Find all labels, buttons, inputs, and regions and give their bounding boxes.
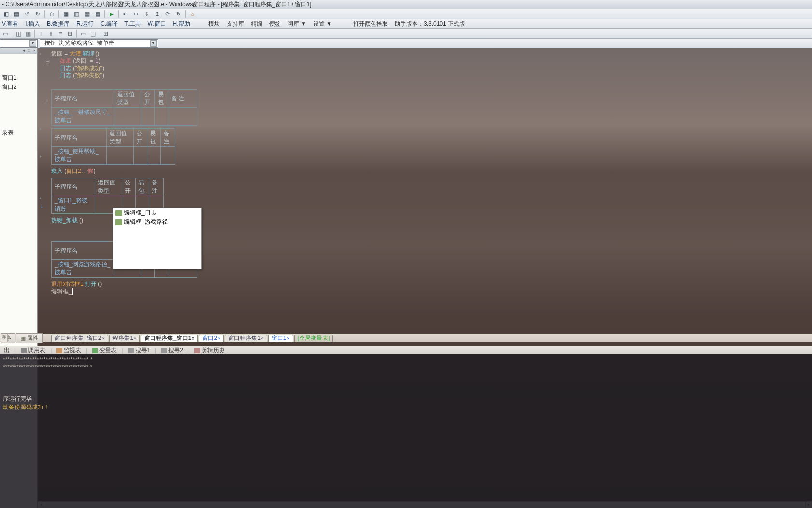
ticon[interactable]: ▭ [1, 30, 10, 38]
tab-item[interactable]: 窗口程序集_窗口2× [51, 335, 108, 342]
combo-row: ▼ _按钮_浏览游戏路径_被单击 ▼ [0, 39, 812, 48]
tool-btn[interactable]: ⟳ [163, 10, 173, 18]
output-success: 动备份源码成功！ [3, 403, 809, 411]
run-button[interactable]: ▶ [107, 10, 116, 18]
ticon[interactable]: ≡ [56, 30, 65, 38]
fold-icon[interactable]: ▸ [40, 154, 42, 159]
lpal-btn[interactable]: 序 [0, 334, 8, 342]
tab-item[interactable]: 窗口1× [268, 335, 293, 342]
autocomplete-item[interactable]: 编辑框_游戏路径 [113, 217, 201, 226]
chevron-down-icon[interactable]: ▼ [150, 40, 157, 47]
autocomplete-item[interactable]: 编辑框_日志 [113, 208, 201, 217]
bp-tab[interactable]: 搜寻1 [125, 345, 153, 355]
tab-global-vars[interactable]: [全局变量表] [294, 335, 333, 342]
tool-btn[interactable]: ↧ [142, 10, 151, 18]
menu-ciku[interactable]: 词库 ▼ [288, 20, 306, 28]
menu-run[interactable]: R.运行 [76, 20, 94, 28]
bottom-panel-tabs: 出 | 调用表 | 监视表 | 变量表 | 搜寻1 | 搜寻2 | 剪辑历史 [0, 346, 812, 354]
ticon[interactable]: ⊞ [101, 30, 110, 38]
output-panel[interactable]: ************************************** *… [0, 354, 812, 508]
tab-item[interactable]: 窗口2× [199, 335, 224, 342]
ltab-item[interactable]: ▦属性 [16, 333, 43, 343]
close-icon[interactable]: × [191, 335, 194, 342]
main-toolbar: ◧ ▤ ↺ ↻ ⎙ ▦ ▥ ▤ ▦ ▶ ⇤ ↦ ↧ ↥ ⟳ ↻ ⌂ [0, 9, 812, 19]
tab-item[interactable]: 窗口程序集1× [225, 335, 267, 342]
bp-tab[interactable]: 剪辑历史 [192, 345, 228, 355]
tree-item-record[interactable]: 录表 [0, 128, 37, 138]
close-icon[interactable]: × [217, 335, 220, 342]
ticon[interactable]: ⫵ [46, 30, 55, 38]
search-icon [128, 348, 134, 353]
tab-item-active[interactable]: 窗口程序集_窗口1× [141, 335, 198, 342]
menu-colorpick[interactable]: 打开颜色拾取 [353, 20, 388, 28]
arrow-icon[interactable]: ◂ [21, 48, 26, 53]
menu-jingbian[interactable]: 精编 [251, 20, 262, 28]
pin-icon[interactable]: □ [27, 48, 31, 53]
tool-btn[interactable]: ↺ [22, 10, 32, 18]
fold-icon[interactable]: ▸ [40, 51, 42, 56]
output-line: ************************************** * [3, 364, 809, 371]
grid-icon: ▦ [20, 335, 26, 342]
tab-item[interactable]: 程序集1× [109, 335, 140, 342]
ticon[interactable]: ◫ [88, 30, 97, 38]
tree-item-win1[interactable]: 窗口1 [0, 73, 37, 83]
bp-tab[interactable]: 监视表 [54, 345, 84, 355]
menu-tools[interactable]: T.工具 [124, 20, 140, 28]
property-icon [115, 219, 122, 225]
tree-item-win2[interactable]: 窗口2 [0, 83, 37, 92]
tool-btn[interactable]: ▦ [61, 10, 70, 18]
close-icon[interactable]: × [101, 335, 105, 342]
menu-compile[interactable]: C.编译 [100, 20, 118, 28]
property-icon [115, 210, 122, 216]
search-icon [161, 348, 167, 353]
tool-btn[interactable]: ↦ [131, 10, 141, 18]
bp-tab[interactable]: 调用表 [18, 345, 48, 355]
menu-data[interactable]: B.数据库 [47, 20, 69, 28]
subroutine-table-2: 子程序名返回值类型公开易包备 注 _按钮_使用帮助_被单击 [51, 128, 175, 165]
fold-icon[interactable]: ▸ [40, 195, 42, 200]
menu-bar: V.查看 I.插入 B.数据库 R.运行 C.编译 T.工具 W.窗口 H.帮助… [0, 19, 812, 29]
menu-setting[interactable]: 设置 ▼ [313, 20, 332, 28]
tool-btn[interactable]: ▥ [71, 10, 81, 18]
watch-icon [56, 348, 62, 353]
menu-module[interactable]: 模块 [208, 20, 220, 28]
bp-tab[interactable]: 变量表 [89, 345, 120, 355]
ticon[interactable]: ▥ [24, 30, 32, 38]
ticon[interactable]: ▭ [79, 30, 87, 38]
menu-bianqian[interactable]: 便签 [269, 20, 281, 28]
combo-value: _按钮_浏览游戏路径_被单击 [41, 39, 150, 47]
close-icon[interactable]: × [133, 335, 137, 342]
ticon[interactable]: ⊟ [66, 30, 74, 38]
ticon[interactable]: ⫴ [37, 30, 45, 38]
autocomplete-popup[interactable]: 编辑框_日志 编辑框_游戏路径 [113, 208, 202, 269]
tool-btn[interactable]: ↥ [152, 10, 162, 18]
tool-btn[interactable]: ▤ [12, 10, 21, 18]
tool-btn[interactable]: ⎙ [47, 10, 56, 18]
menu-insert[interactable]: I.插入 [25, 20, 40, 28]
menu-window[interactable]: W.窗口 [148, 20, 166, 28]
chevron-down-icon[interactable]: ▼ [29, 40, 36, 47]
menu-view[interactable]: V.查看 [2, 20, 18, 28]
secondary-toolbar: ▭ ◫ ▥ ⫴ ⫵ ≡ ⊟ ▭ ◫ ⊞ [0, 29, 812, 39]
combo-left[interactable]: ▼ [0, 39, 38, 48]
tool-btn[interactable]: ◧ [1, 10, 11, 18]
home-icon[interactable]: ⌂ [188, 10, 197, 18]
tool-btn[interactable]: ↻ [174, 10, 183, 18]
tool-btn[interactable]: ▤ [82, 10, 92, 18]
combo-subroutine[interactable]: _按钮_浏览游戏路径_被单击 ▼ [40, 39, 158, 48]
close-icon[interactable]: × [32, 48, 37, 53]
output-line: ************************************** * [3, 356, 809, 364]
menu-help[interactable]: H.帮助 [173, 20, 190, 28]
fold-icon[interactable]: ▸ [40, 126, 42, 131]
close-icon[interactable]: × [261, 335, 264, 342]
helper-version: 助手版本：3.3.0101 正式版 [395, 20, 465, 28]
output-msg: 序运行完毕 [3, 395, 809, 403]
bp-tab[interactable]: 出 [1, 345, 13, 355]
close-icon[interactable]: × [287, 335, 290, 342]
tool-btn[interactable]: ⇤ [121, 10, 130, 18]
menu-support[interactable]: 支持库 [227, 20, 244, 28]
tool-btn[interactable]: ▦ [93, 10, 102, 18]
bp-tab[interactable]: 搜寻2 [158, 345, 186, 355]
ticon[interactable]: ◫ [14, 30, 23, 38]
tool-btn[interactable]: ↻ [33, 10, 42, 18]
